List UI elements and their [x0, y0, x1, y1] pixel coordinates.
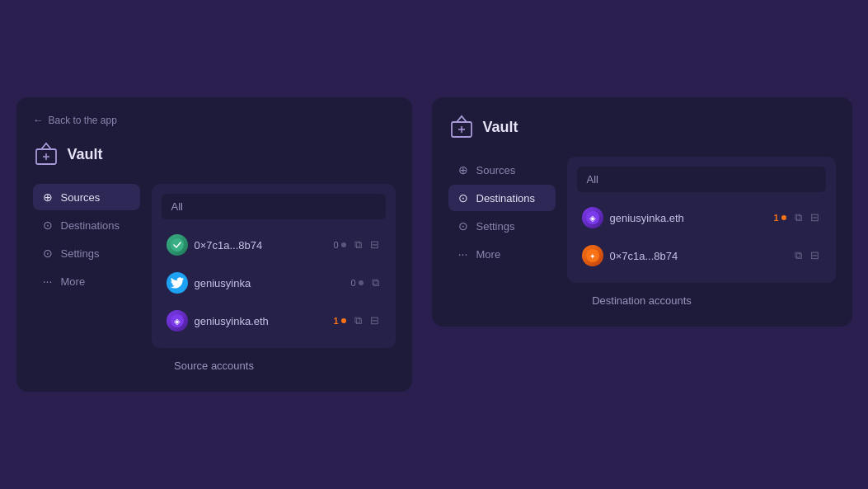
right-card: Vault ⊕ Sources ⊙ Destinations ⊙ Setting — [432, 97, 852, 327]
account-name: 0×7c1a...8b74 — [195, 239, 334, 252]
content-panel-right: All ◈ geniusyinka.eth 1 — [567, 157, 836, 283]
svg-text:◈: ◈ — [589, 214, 596, 223]
trash-icon[interactable]: ⊟ — [368, 237, 381, 253]
content-panel-left: All 0×7c1a...8b74 0 — [152, 184, 396, 348]
panel-label-left: Source accounts — [33, 360, 396, 372]
settings-label-right: Settings — [476, 220, 515, 233]
avatar: ✦ — [582, 245, 603, 266]
vault-title-right: Vault — [483, 119, 518, 136]
vault-header-right: Vault — [448, 114, 836, 140]
account-badge: 1 — [773, 213, 786, 223]
trash-icon[interactable]: ⊟ — [809, 247, 821, 264]
destinations-icon-left: ⊙ — [41, 219, 54, 232]
account-badge: 0 — [333, 240, 345, 250]
sidebar-item-destinations-right[interactable]: ⊙ Destinations — [448, 185, 556, 211]
sidebar-nav-right: ⊕ Sources ⊙ Destinations ⊙ Settings ··· … — [448, 157, 556, 283]
settings-icon-right: ⊙ — [457, 219, 470, 233]
account-name: 0×7c1a...8b74 — [610, 250, 786, 262]
sidebar-item-destinations-left[interactable]: ⊙ Destinations — [33, 212, 140, 238]
copy-icon[interactable]: ⧉ — [353, 313, 364, 329]
trash-icon[interactable]: ⊟ — [368, 313, 381, 329]
table-row[interactable]: geniusyinka 0 ⧉ — [162, 266, 386, 300]
copy-icon[interactable]: ⧉ — [793, 247, 804, 264]
action-icons: ⧉ ⊟ — [793, 247, 821, 264]
account-badge: 1 — [333, 316, 345, 326]
action-icons: ⧉ ⊟ — [793, 209, 821, 226]
more-label-right: More — [476, 248, 501, 261]
svg-text:◈: ◈ — [174, 317, 181, 326]
avatar: ◈ — [167, 310, 188, 331]
more-label-left: More — [61, 275, 86, 288]
sidebar-item-sources-right[interactable]: ⊕ Sources — [448, 157, 556, 183]
avatar: ◈ — [582, 207, 603, 228]
table-row[interactable]: ◈ geniusyinka.eth 1 ⧉ ⊟ — [162, 303, 386, 338]
search-bar-left[interactable]: All — [162, 194, 386, 219]
search-placeholder-right: All — [587, 173, 598, 186]
sidebar-item-more-left[interactable]: ··· More — [33, 268, 140, 294]
trash-icon[interactable]: ⊟ — [809, 209, 821, 226]
left-card: ← Back to the app Vault ⊕ Source — [16, 97, 412, 392]
sidebar-nav-left: ⊕ Sources ⊙ Destinations ⊙ Settings ··· … — [33, 184, 140, 348]
back-arrow-icon: ← — [33, 114, 44, 126]
more-icon-left: ··· — [41, 275, 54, 288]
right-layout: ⊕ Sources ⊙ Destinations ⊙ Settings ··· … — [448, 157, 836, 283]
avatar — [167, 234, 188, 256]
search-placeholder-left: All — [171, 200, 183, 213]
left-layout: ⊕ Sources ⊙ Destinations ⊙ Settings ··· … — [33, 184, 396, 348]
vault-icon-right — [448, 114, 475, 140]
back-label: Back to the app — [49, 115, 117, 126]
settings-icon-left: ⊙ — [41, 247, 54, 260]
account-badge: 0 — [350, 278, 363, 288]
action-icons: ⧉ ⊟ — [353, 313, 381, 329]
vault-title-left: Vault — [68, 146, 103, 163]
table-row[interactable]: ◈ geniusyinka.eth 1 ⧉ ⊟ — [577, 200, 826, 235]
avatar — [167, 272, 188, 294]
table-row[interactable]: ✦ 0×7c1a...8b74 ⧉ ⊟ — [577, 238, 826, 273]
more-icon-right: ··· — [457, 247, 470, 261]
copy-icon[interactable]: ⧉ — [370, 275, 381, 291]
sources-icon-right: ⊕ — [457, 163, 470, 176]
table-row[interactable]: 0×7c1a...8b74 0 ⧉ ⊟ — [162, 228, 386, 262]
destinations-label-right: Destinations — [476, 192, 536, 205]
sources-label-left: Sources — [61, 191, 101, 204]
sidebar-item-settings-left[interactable]: ⊙ Settings — [33, 240, 140, 266]
svg-text:✦: ✦ — [589, 252, 596, 261]
sources-icon-left: ⊕ — [41, 190, 54, 204]
account-name: geniusyinka — [195, 277, 351, 289]
sources-label-right: Sources — [476, 164, 516, 176]
account-list-right: ◈ geniusyinka.eth 1 ⧉ ⊟ — [577, 200, 826, 273]
vault-icon — [33, 141, 59, 167]
sidebar-item-sources-left[interactable]: ⊕ Sources — [33, 184, 140, 210]
account-name: geniusyinka.eth — [195, 315, 334, 327]
back-to-app-link[interactable]: ← Back to the app — [33, 114, 396, 126]
account-list-left: 0×7c1a...8b74 0 ⧉ ⊟ — [162, 228, 386, 338]
action-icons: ⧉ ⊟ — [353, 237, 381, 253]
panel-label-right: Destination accounts — [448, 294, 836, 307]
svg-point-3 — [171, 238, 184, 252]
destinations-label-left: Destinations — [61, 219, 120, 232]
destinations-icon-right: ⊙ — [457, 191, 470, 205]
sidebar-item-more-right[interactable]: ··· More — [448, 241, 556, 267]
copy-icon[interactable]: ⧉ — [353, 237, 364, 253]
main-container: ← Back to the app Vault ⊕ Source — [16, 97, 852, 392]
account-name: geniusyinka.eth — [610, 212, 774, 224]
settings-label-left: Settings — [61, 247, 100, 260]
vault-header: Vault — [33, 141, 396, 167]
sidebar-item-settings-right[interactable]: ⊙ Settings — [448, 213, 556, 239]
action-icons: ⧉ — [370, 275, 381, 291]
copy-icon[interactable]: ⧉ — [793, 209, 804, 226]
search-bar-right[interactable]: All — [577, 167, 826, 192]
